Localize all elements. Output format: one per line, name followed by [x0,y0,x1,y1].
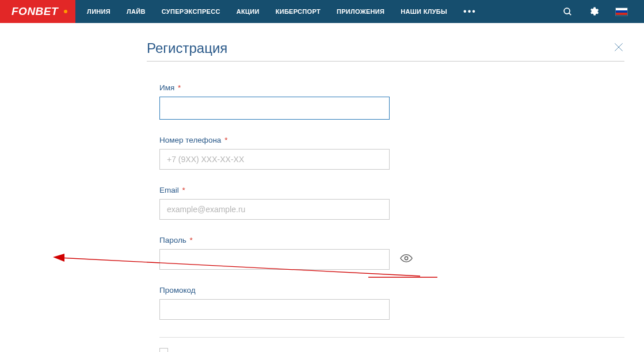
required-mark: * [182,186,185,194]
header-actions [563,6,644,17]
eye-icon[interactable] [400,254,413,265]
page-header: Регистрация [147,40,624,62]
form-group-name: Имя * [159,83,627,120]
password-label: Пароль * [159,236,627,244]
divider [159,337,624,338]
language-flag-ru[interactable] [615,7,628,16]
name-label: Имя * [159,83,627,92]
svg-line-1 [569,13,571,15]
registration-form: Имя * Номер телефона * Email * Пароль * [147,83,627,352]
required-mark: * [178,83,181,92]
nav-superexpress[interactable]: СУПЕРЭКСПРЕСС [162,8,220,15]
nav-clubs[interactable]: НАШИ КЛУБЫ [401,8,447,15]
password-input[interactable] [159,249,390,270]
main-nav: ЛИНИЯ ЛАЙВ СУПЕРЭКСПРЕСС АКЦИИ КИБЕРСПОР… [75,6,563,17]
promo-label: Промокод [159,286,627,294]
nav-promo[interactable]: АКЦИИ [237,8,260,15]
form-group-phone: Номер телефона * [159,136,627,170]
phone-input[interactable] [159,149,390,170]
main-header: FONBET ЛИНИЯ ЛАЙВ СУПЕРЭКСПРЕСС АКЦИИ КИ… [0,0,644,23]
content-area: Регистрация Имя * Номер телефона * Email… [0,23,644,352]
gear-icon[interactable] [589,6,599,17]
logo-dot-icon [64,10,67,13]
password-row [159,249,627,270]
nav-live[interactable]: ЛАЙВ [127,8,146,15]
promo-input[interactable] [159,299,390,320]
nav-apps[interactable]: ПРИЛОЖЕНИЯ [337,8,384,15]
nav-more-icon[interactable]: ••• [463,6,477,17]
logo-text: FONBET [12,5,58,18]
flag-stripe-icon [616,13,627,15]
svg-point-0 [564,8,570,14]
form-group-password: Пароль * [159,236,627,270]
close-icon[interactable] [613,41,624,55]
required-mark: * [224,136,227,144]
svg-marker-6 [53,254,64,262]
required-mark: * [190,236,193,244]
svg-point-4 [405,257,408,260]
agreement-checkbox[interactable] [159,348,168,352]
email-input[interactable] [159,199,390,220]
logo[interactable]: FONBET [0,0,75,23]
page-title: Регистрация [147,40,227,56]
phone-label: Номер телефона * [159,136,627,144]
form-group-email: Email * [159,186,627,220]
email-label: Email * [159,186,627,194]
form-group-promo: Промокод [159,286,627,320]
name-input[interactable] [159,97,390,120]
search-icon[interactable] [563,7,573,17]
nav-esports[interactable]: КИБЕРСПОРТ [276,8,321,15]
nav-line[interactable]: ЛИНИЯ [87,8,110,15]
